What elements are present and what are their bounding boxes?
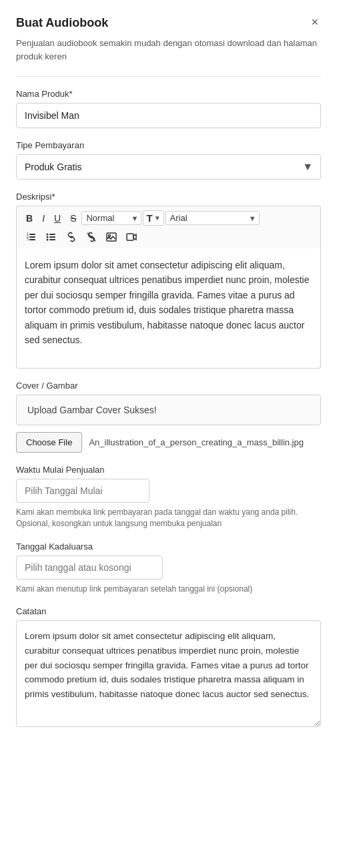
modal-container: Buat Audiobook × Penjualan audiobook sem… — [0, 0, 337, 868]
image-icon — [106, 232, 117, 242]
cover-gambar-group: Cover / Gambar Upload Gambar Cover Sukse… — [16, 381, 321, 453]
waktu-mulai-group: Waktu Mulai Penjualan Kami akan membuka … — [16, 465, 321, 529]
svg-rect-9 — [49, 236, 55, 238]
ordered-list-button[interactable]: 1 2 3 — [22, 230, 41, 244]
tanggal-kadaluarsa-group: Tanggal Kadaluarsa Kami akan menutup lin… — [16, 541, 321, 595]
text-color-dropdown[interactable]: T ▼ — [143, 210, 163, 226]
tipe-pembayaran-group: Tipe Pembayaran Produk Gratis Produk Ber… — [16, 140, 321, 180]
font-select-wrapper: Arial Times New Roman Verdana ▼ — [165, 211, 260, 225]
nama-produk-group: Nama Produk* — [16, 89, 321, 128]
svg-point-8 — [47, 236, 49, 238]
format-select[interactable]: Normal Heading 1 Heading 2 Heading 3 — [81, 211, 141, 225]
choose-file-button[interactable]: Choose File — [16, 432, 82, 453]
toolbar-row-1: B I U S Normal Heading 1 Heading 2 Headi… — [22, 210, 315, 226]
unlink-icon — [86, 232, 97, 242]
waktu-mulai-input[interactable] — [16, 479, 149, 503]
bold-button[interactable]: B — [22, 211, 37, 226]
editor-toolbar: B I U S Normal Heading 1 Heading 2 Headi… — [16, 206, 321, 248]
close-button[interactable]: × — [308, 16, 321, 28]
svg-rect-1 — [29, 236, 35, 238]
svg-rect-0 — [29, 234, 35, 235]
catatan-group: Catatan — [16, 606, 321, 729]
link-button[interactable] — [62, 230, 81, 244]
waktu-mulai-hint: Kami akan membuka link pembayaran pada t… — [16, 507, 321, 529]
file-input-row: Choose File An_illustration_of_a_person_… — [16, 432, 321, 453]
file-name-text: An_illustration_of_a_person_creating_a_m… — [89, 437, 304, 447]
svg-point-10 — [47, 239, 49, 241]
italic-button[interactable]: I — [38, 211, 49, 226]
deskripsi-label: Deskripsi* — [16, 192, 321, 202]
image-button[interactable] — [102, 230, 121, 244]
video-button[interactable] — [122, 230, 141, 244]
font-select[interactable]: Arial Times New Roman Verdana — [165, 211, 260, 225]
svg-point-6 — [47, 234, 49, 236]
svg-rect-11 — [49, 239, 55, 240]
unordered-list-button[interactable] — [42, 230, 61, 244]
format-select-wrapper: Normal Heading 1 Heading 2 Heading 3 ▼ — [81, 211, 141, 225]
nama-produk-input[interactable] — [16, 103, 321, 128]
modal-header: Buat Audiobook × — [16, 16, 321, 30]
modal-subtitle: Penjualan audiobook semakin mudah dengan… — [16, 37, 321, 63]
cover-gambar-label: Cover / Gambar — [16, 381, 321, 391]
tanggal-kadaluarsa-input[interactable] — [16, 556, 163, 580]
link-icon — [66, 232, 77, 242]
header-divider — [16, 76, 321, 77]
tipe-pembayaran-select[interactable]: Produk Gratis Produk Berbayar — [16, 154, 321, 180]
underline-button[interactable]: U — [50, 211, 65, 226]
tanggal-kadaluarsa-label: Tanggal Kadaluarsa — [16, 541, 321, 552]
tipe-pembayaran-select-wrapper: Produk Gratis Produk Berbayar ▼ — [16, 154, 321, 180]
tipe-pembayaran-label: Tipe Pembayaran — [16, 140, 321, 150]
text-color-arrow-icon: ▼ — [154, 214, 161, 222]
deskripsi-group: Deskripsi* B I U S Normal Heading 1 Head… — [16, 192, 321, 369]
unlink-button[interactable] — [82, 230, 101, 244]
catatan-textarea[interactable] — [16, 620, 321, 727]
svg-line-12 — [87, 233, 95, 241]
toolbar-row-2: 1 2 3 — [22, 230, 315, 244]
strikethrough-button[interactable]: S — [66, 211, 80, 226]
svg-rect-7 — [49, 234, 55, 235]
svg-rect-15 — [127, 234, 133, 240]
unordered-list-icon — [46, 232, 57, 242]
modal-title: Buat Audiobook — [16, 16, 108, 30]
tanggal-kadaluarsa-hint: Kami akan menutup link pembayaran setela… — [16, 584, 321, 595]
svg-rect-2 — [29, 239, 35, 240]
waktu-mulai-label: Waktu Mulai Penjualan — [16, 465, 321, 475]
catatan-label: Catatan — [16, 606, 321, 616]
cover-upload-box: Upload Gambar Cover Sukses! — [16, 395, 321, 425]
cover-upload-success-text: Upload Gambar Cover Sukses! — [27, 405, 157, 415]
video-icon — [126, 232, 137, 242]
ordered-list-icon: 1 2 3 — [26, 232, 37, 242]
nama-produk-label: Nama Produk* — [16, 89, 321, 99]
deskripsi-editor-body[interactable]: Lorem ipsum dolor sit amet consectetur a… — [16, 248, 321, 369]
text-t-label: T — [146, 212, 152, 224]
svg-text:3: 3 — [27, 237, 29, 241]
